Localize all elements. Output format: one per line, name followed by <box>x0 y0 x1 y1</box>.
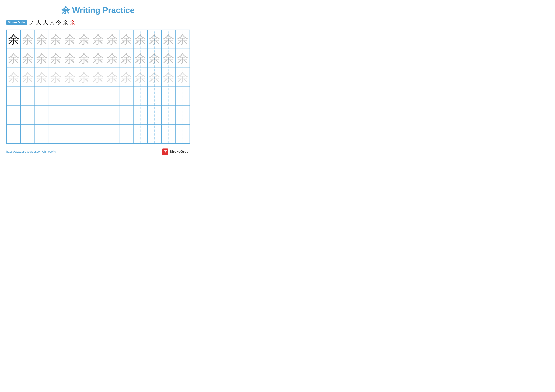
grid-cell[interactable]: 余 <box>133 68 147 87</box>
grid-cell[interactable] <box>91 87 105 106</box>
grid-cell[interactable] <box>161 87 175 106</box>
grid-cell[interactable]: 余 <box>147 49 161 68</box>
grid-cell[interactable] <box>7 106 21 125</box>
grid-cell[interactable] <box>105 87 119 106</box>
grid-cell[interactable] <box>119 125 133 143</box>
grid-cell[interactable]: 余 <box>91 68 105 87</box>
grid-cell[interactable]: 余 <box>175 30 190 49</box>
practice-character: 余 <box>149 71 160 83</box>
grid-cell[interactable]: 余 <box>77 68 91 87</box>
grid-cell[interactable] <box>161 125 175 143</box>
practice-character: 余 <box>163 52 174 64</box>
grid-cell[interactable] <box>63 106 77 125</box>
grid-cell[interactable]: 余 <box>7 30 21 49</box>
grid-cell[interactable]: 余 <box>21 30 35 49</box>
grid-cell[interactable]: 余 <box>133 49 147 68</box>
grid-cell[interactable] <box>175 125 190 143</box>
practice-character: 余 <box>36 71 47 83</box>
grid-cell[interactable]: 余 <box>91 49 105 68</box>
grid-cell[interactable] <box>35 87 49 106</box>
grid-cell[interactable] <box>35 125 49 143</box>
grid-cell[interactable] <box>161 106 175 125</box>
grid-cell[interactable]: 余 <box>175 49 190 68</box>
grid-cell[interactable]: 余 <box>49 30 63 49</box>
grid-cell[interactable]: 余 <box>35 30 49 49</box>
grid-cell[interactable] <box>49 106 63 125</box>
grid-cell[interactable]: 余 <box>161 49 175 68</box>
grid-cell[interactable]: 余 <box>161 30 175 49</box>
grid-cell[interactable] <box>49 125 63 143</box>
grid-cell[interactable] <box>133 87 147 106</box>
grid-cell[interactable]: 余 <box>21 49 35 68</box>
grid-cell[interactable] <box>63 125 77 143</box>
practice-character: 余 <box>106 34 118 45</box>
grid-cell[interactable]: 余 <box>119 30 133 49</box>
grid-cell[interactable]: 余 <box>161 68 175 87</box>
practice-character: 余 <box>135 52 146 64</box>
practice-character: 余 <box>8 52 19 64</box>
grid-cell[interactable] <box>7 87 21 106</box>
grid-cell[interactable]: 余 <box>147 68 161 87</box>
grid-cell[interactable] <box>77 125 91 143</box>
stroke-order-badge: Stroke Order <box>6 20 27 25</box>
practice-character: 余 <box>64 71 76 83</box>
grid-cell[interactable] <box>63 87 77 106</box>
grid-cell[interactable] <box>91 125 105 143</box>
grid-cell[interactable]: 余 <box>175 68 190 87</box>
grid-cell[interactable] <box>105 106 119 125</box>
grid-cell[interactable]: 余 <box>147 30 161 49</box>
grid-cell[interactable]: 余 <box>77 30 91 49</box>
grid-cell[interactable] <box>91 106 105 125</box>
grid-cell[interactable] <box>147 106 161 125</box>
grid-cell[interactable] <box>7 125 21 143</box>
grid-cell[interactable]: 余 <box>35 68 49 87</box>
stroke-chars: ノ 人 人 △ 令 余 余 <box>29 19 75 26</box>
practice-character: 余 <box>50 71 62 83</box>
stroke-5: 令 <box>56 19 61 26</box>
practice-character: 余 <box>50 52 62 64</box>
grid-cell[interactable]: 余 <box>133 30 147 49</box>
grid-cell[interactable] <box>147 125 161 143</box>
practice-character: 余 <box>177 71 188 83</box>
grid-cell[interactable]: 余 <box>105 68 119 87</box>
grid-cell[interactable]: 余 <box>119 68 133 87</box>
practice-character: 余 <box>106 52 118 64</box>
grid-cell[interactable]: 余 <box>21 68 35 87</box>
grid-cell[interactable] <box>77 106 91 125</box>
practice-character: 余 <box>8 71 19 83</box>
grid-cell[interactable] <box>21 106 35 125</box>
grid-cell[interactable] <box>21 87 35 106</box>
grid-cell[interactable]: 余 <box>49 49 63 68</box>
grid-cell[interactable] <box>21 125 35 143</box>
grid-cell[interactable]: 余 <box>77 49 91 68</box>
grid-cell[interactable]: 余 <box>7 49 21 68</box>
grid-cell[interactable] <box>119 87 133 106</box>
grid-cell[interactable]: 余 <box>49 68 63 87</box>
grid-cell[interactable] <box>77 87 91 106</box>
grid-cell[interactable] <box>35 106 49 125</box>
stroke-order-row: Stroke Order ノ 人 人 △ 令 余 余 <box>6 19 190 26</box>
grid-cell[interactable] <box>119 106 133 125</box>
practice-character: 余 <box>121 34 132 45</box>
grid-cell[interactable] <box>147 87 161 106</box>
grid-cell[interactable]: 余 <box>63 68 77 87</box>
grid-cell[interactable]: 余 <box>7 68 21 87</box>
practice-character: 余 <box>92 71 104 83</box>
grid-cell[interactable]: 余 <box>63 49 77 68</box>
grid-cell[interactable] <box>175 106 190 125</box>
grid-cell[interactable] <box>49 87 63 106</box>
grid-cell[interactable] <box>133 125 147 143</box>
grid-cell[interactable]: 余 <box>105 30 119 49</box>
practice-character: 余 <box>92 34 104 45</box>
grid-cell[interactable] <box>175 87 190 106</box>
grid-cell[interactable] <box>133 106 147 125</box>
practice-character: 余 <box>163 71 174 83</box>
grid-cell[interactable]: 余 <box>63 30 77 49</box>
grid-cell[interactable]: 余 <box>35 49 49 68</box>
grid-cell[interactable] <box>105 125 119 143</box>
practice-character: 余 <box>36 34 47 45</box>
grid-cell[interactable]: 余 <box>105 49 119 68</box>
footer: https://www.strokeorder.com/chinese/余 字 … <box>6 149 190 155</box>
grid-cell[interactable]: 余 <box>119 49 133 68</box>
grid-cell[interactable]: 余 <box>91 30 105 49</box>
